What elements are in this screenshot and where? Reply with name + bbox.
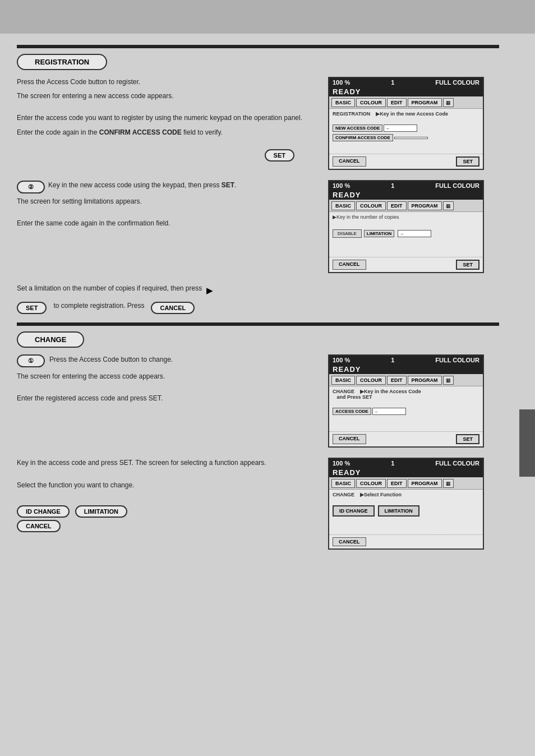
tab-program-4[interactable]: PROGRAM [408,479,442,488]
chg-step2-left: Key in the access code and press SET. Th… [17,458,328,532]
screen3-copies: 1 [391,357,394,363]
id-change-btn-left[interactable]: ID CHANGE [17,505,70,518]
screen4-section: CHANGE ▶Select Function [333,492,479,497]
section2-pill: CHANGE [17,331,84,348]
screen1-percent: 100 % [333,79,350,86]
tab-edit-2[interactable]: EDIT [387,201,407,210]
screen1-field1-row: NEW ACCESS CODE – [333,125,479,132]
screen4-footer: CANCEL [329,534,483,548]
screen2-color: FULL COLOUR [435,182,479,189]
tab-basic-4[interactable]: BASIC [331,479,355,488]
screen4-limitation-btn[interactable]: LIMITATION [378,505,419,517]
screen3-field1-label: ACCESS CODE [333,408,371,415]
screen3-set-btn[interactable]: SET [456,434,479,444]
reg-step1-text2: The screen for entering a new access cod… [17,91,317,102]
tab-colour-3[interactable]: COLOUR [356,376,386,385]
screen1-field1-input[interactable]: – [384,125,417,132]
tab-colour-4[interactable]: COLOUR [356,479,386,488]
screen3-footer: CANCEL SET [329,431,483,446]
screen4-color: FULL COLOUR [435,460,479,467]
screen3-cancel-btn[interactable]: CANCEL [333,434,366,444]
screen2-limitation-input[interactable]: – [398,230,431,237]
screen4-body: CHANGE ▶Select Function ID CHANGE LIMITA… [329,490,483,534]
reg-step2-text3: Enter the same code again in the confirm… [17,218,317,229]
screen2-body: ▶Key in the number of copies DISABLE LIM… [329,212,483,257]
screen1-copies: 1 [391,79,394,86]
tab-program-2[interactable]: PROGRAM [408,201,442,210]
screen1-field2-input[interactable] [394,137,428,139]
screen2-limitation-label: LIMITATION [364,230,395,237]
reg-step1-left: Press the Access Code button to register… [17,77,328,162]
tab-colour-1[interactable]: COLOUR [356,98,386,107]
set-btn-step3[interactable]: SET [17,302,47,314]
tab-basic-2[interactable]: BASIC [331,201,355,210]
screen3-header: 100 % 1 FULL COLOUR [329,356,483,365]
screen2-instruction: ▶Key in the number of copies [333,214,479,220]
reg-step2-row: ② Key in the new access code using the k… [17,180,518,278]
tab-basic-3[interactable]: BASIC [331,376,355,385]
screen1-cancel-btn[interactable]: CANCEL [333,156,366,167]
tab-icon-2[interactable]: ▦ [443,201,454,210]
screen2-cancel-btn[interactable]: CANCEL [333,260,366,270]
screen4-cancel-btn[interactable]: CANCEL [333,537,366,546]
chg-step1-right: 100 % 1 FULL COLOUR READY BASIC COLOUR E… [328,354,491,452]
screen4-func-row: ID CHANGE LIMITATION [333,505,479,517]
screen1-field1-label: NEW ACCESS CODE [333,125,382,132]
arrow-symbol: ▶ [206,286,213,295]
screen2-footer: CANCEL SET [329,257,483,272]
screen1-ready: READY [329,87,483,96]
reg-step1-text4: Enter the code again in the CONFIRM ACCE… [17,127,317,138]
tab-colour-2[interactable]: COLOUR [356,201,386,210]
tab-program-3[interactable]: PROGRAM [408,376,442,385]
set-btn-inline-1[interactable]: SET [265,149,294,162]
screen4-tabs: BASIC COLOUR EDIT PROGRAM ▦ [329,477,483,490]
screen1-section: REGISTRATION ▶Key in the new Access Code [333,111,479,117]
cancel-btn-left[interactable]: CANCEL [17,520,61,532]
screen2-set-btn[interactable]: SET [456,260,479,270]
screen3-color: FULL COLOUR [435,357,479,363]
screen-mockup-2: 100 % 1 FULL COLOUR READY BASIC COLOUR E… [328,180,484,273]
tab-icon-4[interactable]: ▦ [443,479,454,488]
screen2-percent: 100 % [333,182,350,189]
confirm-oval-btn: ② [17,181,45,193]
screen1-body: REGISTRATION ▶Key in the new Access Code… [329,109,483,154]
reg-step2-left: ② Key in the new access code using the k… [17,180,328,233]
content-area: REGISTRATION Press the Access Code butto… [0,34,535,571]
screen3-ready: READY [329,365,483,374]
chg-step1-text1: Press the Access Code button to change. [49,354,173,365]
screen4-header: 100 % 1 FULL COLOUR [329,459,483,468]
screen1-footer: CANCEL SET [329,154,483,169]
limitation-btn-left[interactable]: LIMITATION [75,505,127,518]
reg-step2-text2: The screen for setting limitations appea… [17,196,317,207]
screen1-field2-row: CONFIRM ACCESS CODE [333,134,479,141]
tab-basic-1[interactable]: BASIC [331,98,355,107]
cancel-btn-step3[interactable]: CANCEL [151,302,195,314]
top-bar [0,0,535,34]
chg-step2-right: 100 % 1 FULL COLOUR READY BASIC COLOUR E… [328,458,491,554]
chg-step1-text2: The screen for entering the access code … [17,371,317,382]
tab-icon-3[interactable]: ▦ [443,376,454,385]
screen2-disable-btn[interactable]: DISABLE [333,229,362,238]
screen2-header: 100 % 1 FULL COLOUR [329,181,483,190]
screen1-color: FULL COLOUR [435,79,479,86]
screen-mockup-1: 100 % 1 FULL COLOUR READY BASIC COLOUR E… [328,77,484,170]
tab-edit-1[interactable]: EDIT [387,98,407,107]
tab-program-1[interactable]: PROGRAM [408,98,442,107]
screen1-header: 100 % 1 FULL COLOUR [329,78,483,87]
screen3-tabs: BASIC COLOUR EDIT PROGRAM ▦ [329,374,483,386]
chg-step1-left: ① Press the Access Code button to change… [17,354,328,407]
screen4-id-change-btn[interactable]: ID CHANGE [333,505,375,517]
screen1-tabs: BASIC COLOUR EDIT PROGRAM ▦ [329,96,483,109]
screen1-instruction: ▶Key in the new Access Code [376,111,448,117]
chg-step1-row: ① Press the Access Code button to change… [17,354,518,452]
screen3-field1-input[interactable]: – [372,408,406,415]
tab-edit-4[interactable]: EDIT [387,479,407,488]
screen1-set-btn[interactable]: SET [456,156,479,167]
screen2-copies: 1 [391,182,394,189]
screen4-copies: 1 [391,460,394,467]
tab-icon-1[interactable]: ▦ [443,98,454,107]
reg-step1-right: 100 % 1 FULL COLOUR READY BASIC COLOUR E… [328,77,491,174]
reg-step1-row: Press the Access Code button to register… [17,77,518,174]
tab-edit-3[interactable]: EDIT [387,376,407,385]
screen4-ready: READY [329,468,483,477]
